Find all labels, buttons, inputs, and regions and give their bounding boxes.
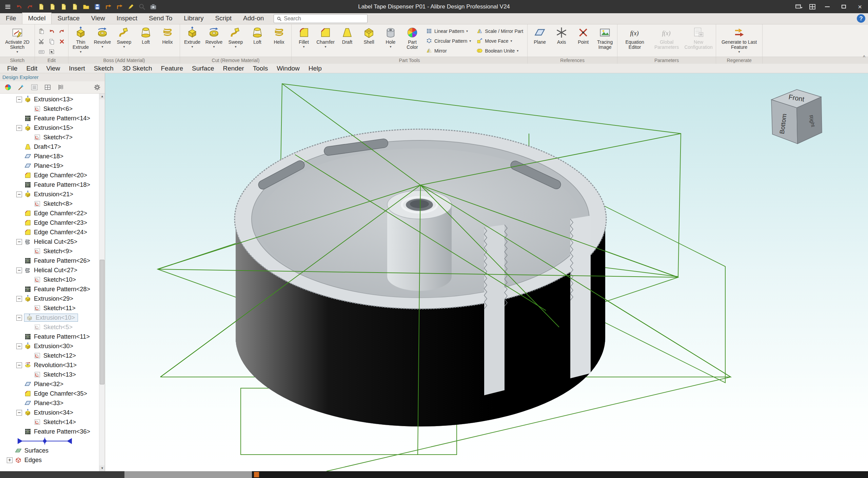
tree-item-feature-pattern-18[interactable]: Feature Pattern<18> [0, 180, 99, 190]
tree-item-plane-32[interactable]: Plane<32> [0, 379, 99, 389]
search-box[interactable] [274, 14, 368, 23]
qa-undo[interactable] [15, 2, 23, 11]
tree-item-plane-18[interactable]: Plane<18> [0, 152, 99, 161]
ribbon-button-move-face[interactable]: Move Face▾ [474, 36, 526, 46]
tree-item-sketch-12[interactable]: Sketch<12> [0, 351, 99, 360]
maximize-button[interactable] [835, 0, 852, 13]
collapse-icon[interactable]: − [16, 192, 22, 197]
collapse-icon[interactable]: − [16, 343, 22, 349]
ribbon-button-circular-pattern[interactable]: Circular Pattern▾ [423, 36, 473, 46]
tree-end-marker[interactable] [0, 436, 99, 446]
menu-tools[interactable]: Tools [249, 64, 272, 73]
ribbon-button-fillet[interactable]: Fillet▾ [293, 25, 314, 48]
menu-render[interactable]: Render [218, 64, 248, 73]
edit-select-button[interactable] [47, 47, 56, 56]
tree-item-surfaces[interactable]: Surfaces [0, 446, 99, 455]
scrollbar-thumb[interactable] [100, 260, 104, 384]
ribbon-button-revolve[interactable]: Revolve▾ [92, 25, 113, 48]
menu-surface[interactable]: Surface [188, 64, 218, 73]
de-configurations-button[interactable] [56, 83, 65, 92]
help-button[interactable]: ? [857, 14, 865, 23]
tree-item-feature-pattern-14[interactable]: Feature Pattern<14> [0, 114, 99, 123]
tab-add-on[interactable]: Add-on [237, 13, 270, 24]
ribbon-button-sweep[interactable]: Sweep▾ [225, 25, 246, 48]
collapse-icon[interactable]: − [16, 267, 22, 273]
ribbon-button-mirror[interactable]: Mirror [423, 46, 473, 56]
ribbon-button-helix[interactable]: Helix [157, 25, 178, 45]
tree-item-extrusion-15[interactable]: −Extrusion<15> [0, 123, 99, 133]
tree-item-extrusion-10[interactable]: −Extrusion<10> [0, 313, 99, 322]
tree-item-edge-chamfer-24[interactable]: Edge Chamfer<24> [0, 227, 99, 237]
tree-item-sketch-9[interactable]: Sketch<9> [0, 246, 99, 256]
de-feature-list-button[interactable] [30, 83, 39, 92]
collapse-icon[interactable]: − [16, 410, 22, 416]
tree-item-plane-33[interactable]: Plane<33> [0, 398, 99, 408]
ribbon-button-part-color[interactable]: Part Color [402, 25, 423, 50]
tree-item-sketch-8[interactable]: Sketch<8> [0, 199, 99, 208]
tree-item-feature-pattern-11[interactable]: Feature Pattern<11> [0, 332, 99, 341]
ribbon-button-helix[interactable]: Helix [269, 25, 290, 45]
menu-help[interactable]: Help [304, 64, 326, 73]
ribbon-collapse-icon[interactable]: ^ [863, 54, 865, 60]
collapse-icon[interactable]: − [16, 97, 22, 102]
qa-new-assembly[interactable] [48, 2, 57, 11]
qa-new-part[interactable] [37, 2, 46, 11]
ribbon-button-loft[interactable]: Loft [135, 25, 156, 45]
tree-item-feature-pattern-36[interactable]: Feature Pattern<36> [0, 427, 99, 436]
tree-item-helical-cut-27[interactable]: −Helical Cut<27> [0, 265, 99, 275]
de-detail-panels-button[interactable] [43, 83, 52, 92]
tree-item-extrusion-13[interactable]: −Extrusion<13> [0, 95, 99, 104]
qa-new-drawing[interactable] [59, 2, 68, 11]
tree-item-feature-pattern-28[interactable]: Feature Pattern<28> [0, 284, 99, 294]
qa-save[interactable] [93, 2, 102, 11]
tree-item-sketch-14[interactable]: Sketch<14> [0, 417, 99, 427]
tree-item-edge-chamfer-23[interactable]: Edge Chamfer<23> [0, 218, 99, 227]
tab-view[interactable]: View [85, 13, 111, 24]
tree-item-extrusion-29[interactable]: −Extrusion<29> [0, 294, 99, 303]
qa-offset-entities[interactable] [115, 2, 124, 11]
ribbon-button-equation-editor[interactable]: f(x)Equation Editor [619, 25, 650, 50]
collapse-icon[interactable]: − [16, 125, 22, 131]
collapse-icon[interactable]: − [16, 239, 22, 245]
de-explorer-settings-button[interactable] [93, 83, 101, 92]
de-reference-wand-button[interactable] [17, 83, 25, 92]
ribbon-button-extrude[interactable]: Extrude▾ [182, 25, 203, 48]
ribbon-button-sweep[interactable]: Sweep▾ [114, 25, 135, 48]
collapse-icon[interactable]: − [16, 296, 22, 302]
menu-window[interactable]: Window [272, 64, 304, 73]
tree-item-sketch-6[interactable]: Sketch<6> [0, 104, 99, 114]
ribbon-button-linear-pattern[interactable]: Linear Pattern▾ [423, 26, 473, 36]
tab-model[interactable]: Model [22, 13, 52, 24]
collapse-icon[interactable]: − [16, 315, 22, 321]
ribbon-button-boolean-unite[interactable]: Boolean Unite▾ [474, 46, 526, 56]
tab-inspect[interactable]: Inspect [111, 13, 143, 24]
close-button[interactable]: × [852, 0, 868, 13]
edit-paste-button[interactable] [37, 26, 46, 36]
tree-scrollbar[interactable]: ▲ ▼ [99, 94, 105, 471]
tree-item-extrusion-21[interactable]: −Extrusion<21> [0, 190, 99, 199]
tree-item-sketch-7[interactable]: Sketch<7> [0, 133, 99, 142]
tree-item-extrusion-34[interactable]: −Extrusion<34> [0, 408, 99, 417]
tree-item-sketch-10[interactable]: Sketch<10> [0, 275, 99, 284]
tree-item-extrusion-30[interactable]: −Extrusion<30> [0, 341, 99, 351]
qa-project-to-sketch[interactable] [104, 2, 113, 11]
menu-insert[interactable]: Insert [64, 64, 90, 73]
search-input[interactable] [284, 16, 364, 22]
qa-redo[interactable] [26, 2, 35, 11]
menu-view[interactable]: View [42, 64, 64, 73]
qa-app-menu[interactable] [3, 2, 12, 11]
tree-item-sketch-11[interactable]: Sketch<11> [0, 303, 99, 313]
ribbon-button-draft[interactable]: Draft [337, 25, 358, 45]
tab-script[interactable]: Script [209, 13, 237, 24]
qa-snapshot[interactable] [149, 2, 158, 11]
tree-item-feature-pattern-26[interactable]: Feature Pattern<26> [0, 256, 99, 265]
qa-new-document[interactable] [71, 2, 79, 11]
tree-item-draft-17[interactable]: Draft<17> [0, 142, 99, 152]
menu-edit[interactable]: Edit [22, 64, 42, 73]
menu-3d-sketch[interactable]: 3D Sketch [118, 64, 157, 73]
ribbon-button-loft[interactable]: Loft [247, 25, 268, 45]
de-display-options-button[interactable] [3, 83, 12, 92]
edit-cut-button[interactable] [37, 37, 46, 46]
view-cube[interactable]: Front Bottom Right [771, 89, 822, 144]
ribbon-button-scale-mirror-part[interactable]: Scale / Mirror Part [474, 26, 526, 36]
